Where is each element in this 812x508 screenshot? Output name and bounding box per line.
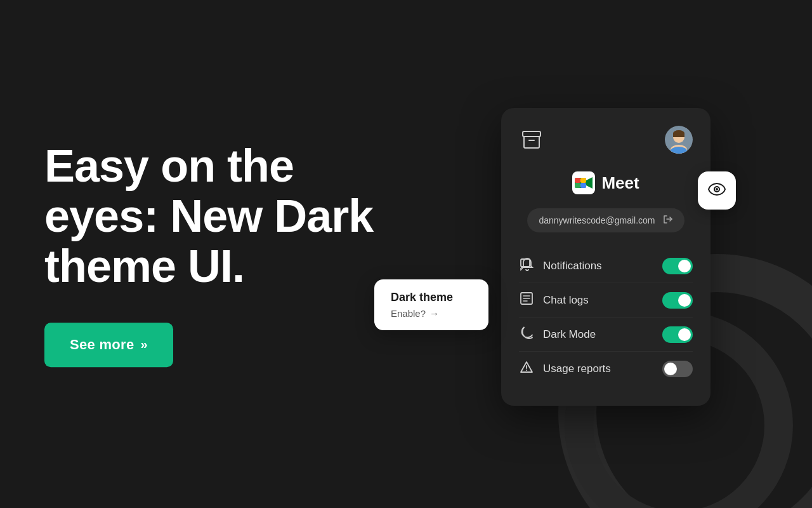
dark-mode-label: Dark Mode	[543, 328, 596, 341]
chat-logs-icon	[519, 291, 534, 309]
email-text: dannywritescode@gmail.com	[539, 215, 655, 225]
svg-rect-2	[523, 131, 540, 137]
svg-rect-17	[521, 259, 530, 267]
email-pill[interactable]: dannywritescode@gmail.com	[527, 208, 684, 232]
see-more-label: See more	[70, 337, 134, 353]
svg-rect-16	[580, 183, 586, 188]
settings-list: Notifications Chat logs	[519, 249, 693, 385]
avatar[interactable]	[665, 126, 693, 154]
see-more-button[interactable]: See more »	[44, 323, 173, 367]
enable-label: Enable?	[391, 308, 426, 319]
chevron-double-icon: »	[140, 337, 147, 352]
svg-point-19	[526, 370, 527, 371]
archive-button[interactable]	[519, 127, 544, 152]
svg-rect-8	[673, 133, 684, 137]
dark-theme-card: Dark theme Enable? →	[374, 279, 488, 330]
dark-mode-icon	[519, 326, 534, 343]
hero-title: Easy on the eyes: New Dark theme UI.	[44, 141, 400, 292]
usage-reports-icon	[519, 360, 534, 377]
dark-theme-card-subtitle[interactable]: Enable? →	[391, 308, 472, 319]
svg-rect-15	[575, 183, 580, 188]
meet-label: Meet	[601, 173, 639, 193]
settings-panel: Meet dannywritescode@gmail.com	[501, 108, 710, 406]
hero-section: Easy on the eyes: New Dark theme UI. See…	[44, 141, 400, 367]
dark-theme-card-title: Dark theme	[391, 291, 472, 304]
usage-reports-toggle[interactable]	[662, 361, 693, 377]
notifications-icon	[519, 257, 534, 274]
eye-button[interactable]	[698, 171, 736, 210]
svg-rect-13	[575, 178, 580, 183]
svg-rect-14	[580, 178, 586, 183]
email-row: dannywritescode@gmail.com	[519, 208, 693, 232]
settings-item-chat-logs: Chat logs	[519, 283, 693, 318]
notifications-toggle[interactable]	[662, 258, 693, 274]
settings-item-notifications: Notifications	[519, 249, 693, 283]
notifications-label: Notifications	[543, 260, 602, 272]
panel-topbar	[519, 126, 693, 154]
svg-point-1	[716, 188, 718, 190]
chat-logs-toggle[interactable]	[662, 292, 693, 309]
chat-logs-label: Chat logs	[543, 294, 589, 307]
arrow-icon: →	[429, 308, 439, 319]
dark-mode-toggle[interactable]	[662, 326, 693, 343]
logout-icon	[663, 214, 673, 227]
usage-reports-label: Usage reports	[543, 363, 611, 375]
meet-logo-row: Meet	[519, 171, 693, 194]
settings-item-dark-mode: Dark Mode	[519, 318, 693, 352]
eye-icon	[708, 182, 726, 199]
settings-item-usage-reports: Usage reports	[519, 352, 693, 385]
